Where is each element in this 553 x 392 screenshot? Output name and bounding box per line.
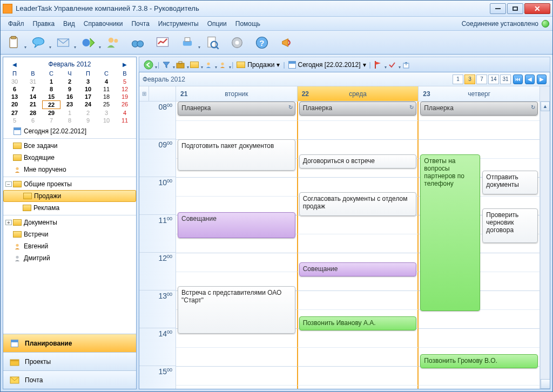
nav-first-button[interactable]: ⏮ xyxy=(513,75,523,84)
vertical-scrollbar[interactable]: ▲ ▼ xyxy=(540,102,550,389)
day-column[interactable]: Планерка↻Подготовить пакет документовСов… xyxy=(176,102,298,389)
user-filter-button[interactable]: ▾ xyxy=(203,59,214,71)
tree-inbox[interactable]: Входящие xyxy=(3,152,136,164)
cal-day[interactable]: 13 xyxy=(5,93,24,100)
cal-day[interactable]: 5 xyxy=(5,117,24,124)
settings-button[interactable] xyxy=(227,33,247,52)
scroll-up-button[interactable]: ▲ xyxy=(541,102,550,111)
sync-button[interactable]: ▾ xyxy=(78,33,98,52)
menu-mail[interactable]: Почта xyxy=(127,18,153,29)
briefcase-button[interactable]: ▾ xyxy=(174,59,186,71)
nav-planning[interactable]: Планирование xyxy=(3,334,136,352)
cal-day[interactable]: 31 xyxy=(24,78,42,85)
today-selector[interactable]: Сегодня [22.02.2012]▾ xyxy=(288,61,366,69)
cal-day[interactable]: 27 xyxy=(5,109,24,117)
tree-evgeny[interactable]: Евгений xyxy=(3,240,136,252)
cal-prev-button[interactable]: ◀ xyxy=(11,60,18,68)
range-31-button[interactable]: 31 xyxy=(500,75,511,84)
menu-view[interactable]: Вид xyxy=(59,18,79,29)
day-header[interactable]: 23четверг xyxy=(419,86,540,101)
clipboard-button[interactable]: ▾ xyxy=(4,33,23,52)
cal-day[interactable]: 9 xyxy=(79,117,97,124)
schedule-grid[interactable]: 08000900100011001200130014001500 Планерк… xyxy=(139,102,550,389)
cal-day[interactable]: 17 xyxy=(79,93,97,100)
cal-day[interactable]: 21 xyxy=(24,100,42,109)
cal-day[interactable]: 7 xyxy=(42,117,60,124)
expand-icon[interactable]: + xyxy=(5,220,12,225)
cal-day[interactable]: 8 xyxy=(42,85,60,93)
chart-button[interactable] xyxy=(153,33,172,52)
cal-day[interactable]: 28 xyxy=(24,109,42,117)
cal-day[interactable]: 30 xyxy=(5,78,24,85)
folder-filter-button[interactable]: ▾ xyxy=(188,59,200,71)
cal-day[interactable]: 15 xyxy=(42,93,60,100)
tree-sales[interactable]: Продажи xyxy=(3,190,136,202)
cal-day[interactable]: 23 xyxy=(60,100,79,109)
range-3-button[interactable]: 3 xyxy=(464,75,475,84)
task-item[interactable]: Планерка↻ xyxy=(299,102,417,116)
cal-day[interactable]: 2 xyxy=(79,109,97,117)
role-filter-button[interactable]: ▾ xyxy=(217,59,228,71)
range-14-button[interactable]: 14 xyxy=(488,75,499,84)
cal-day[interactable]: 3 xyxy=(97,109,116,117)
announce-button[interactable] xyxy=(277,33,296,52)
tree-meetings[interactable]: Встречи xyxy=(3,228,136,240)
cal-day[interactable]: 4 xyxy=(97,78,116,85)
menu-options[interactable]: Опции xyxy=(203,18,231,29)
cal-day[interactable]: 4 xyxy=(116,109,134,117)
mail-button[interactable]: ▾ xyxy=(53,33,73,52)
task-item[interactable]: Согласовать документы с отделом продаж xyxy=(299,192,417,216)
task-item[interactable]: Договориться о встрече xyxy=(299,154,417,168)
task-item[interactable]: Позвонить Громову В.О. xyxy=(420,354,538,368)
export-button[interactable] xyxy=(400,59,412,71)
cal-next-button[interactable]: ▶ xyxy=(121,60,129,68)
filter-button[interactable]: ▾ xyxy=(160,59,172,71)
help-button[interactable]: ? xyxy=(252,33,272,52)
preview-button[interactable] xyxy=(203,33,222,52)
binoculars-button[interactable] xyxy=(128,33,147,52)
tree-dmitry[interactable]: Дмитрий xyxy=(3,252,136,264)
maximize-button[interactable] xyxy=(507,3,523,14)
minimize-button[interactable] xyxy=(490,3,506,14)
task-item[interactable]: Проверить черновик договора xyxy=(482,208,538,243)
task-item[interactable]: Планерка↻ xyxy=(178,102,295,116)
day-header[interactable]: 22среда xyxy=(298,86,419,101)
menu-file[interactable]: Файл xyxy=(4,18,29,29)
cal-day[interactable]: 24 xyxy=(79,100,97,109)
collapse-icon[interactable]: − xyxy=(5,181,12,187)
cal-day[interactable]: 3 xyxy=(79,78,97,85)
expand-all-icon[interactable]: ⊞ xyxy=(139,86,149,101)
cal-day[interactable]: 6 xyxy=(24,117,42,124)
day-column[interactable]: Планерка↻Ответы на вопросы партнеров по … xyxy=(419,102,540,389)
cal-day[interactable]: 1 xyxy=(42,78,60,85)
close-button[interactable]: ✕ xyxy=(524,3,550,14)
cal-day[interactable]: 12 xyxy=(116,85,134,93)
nav-projects[interactable]: Проекты xyxy=(3,352,136,370)
task-item[interactable]: Позвонить Иванову А.А. xyxy=(299,316,417,330)
task-item[interactable]: Отправить документы xyxy=(482,171,538,194)
tree-shared-projects[interactable]: −Общие проекты xyxy=(3,178,136,190)
task-item[interactable]: Совещание xyxy=(178,212,295,238)
flag-button[interactable]: ▾ xyxy=(372,59,384,71)
cal-day[interactable]: 14 xyxy=(24,93,42,100)
day-column[interactable]: Планерка↻Договориться о встречеСогласова… xyxy=(298,102,419,389)
tree-all-tasks[interactable]: Все задачи xyxy=(3,140,136,152)
task-item[interactable]: Встреча с представителями ОАО "Старт" xyxy=(178,286,295,334)
menu-refs[interactable]: Справочники xyxy=(79,18,127,29)
range-1-button[interactable]: 1 xyxy=(453,75,463,84)
cal-day[interactable]: 10 xyxy=(97,117,116,124)
nav-mail[interactable]: Почта xyxy=(3,370,136,389)
cal-day[interactable]: 11 xyxy=(116,117,134,124)
cal-day[interactable]: 18 xyxy=(97,93,116,100)
cal-day[interactable]: 6 xyxy=(5,85,24,93)
chat-button[interactable]: ▾ xyxy=(29,33,48,52)
cal-day[interactable]: 1 xyxy=(60,109,79,117)
cal-day[interactable]: 7 xyxy=(24,85,42,93)
cal-day[interactable]: 9 xyxy=(60,85,79,93)
back-button[interactable]: ▾ xyxy=(143,59,154,71)
cal-day[interactable]: 2 xyxy=(60,78,79,85)
task-item[interactable]: Подготовить пакет документов xyxy=(178,139,295,171)
scroll-down-button[interactable]: ▼ xyxy=(541,379,550,389)
task-item[interactable]: Планерка↻ xyxy=(420,102,538,116)
nav-next-button[interactable]: ▶ xyxy=(537,75,547,84)
